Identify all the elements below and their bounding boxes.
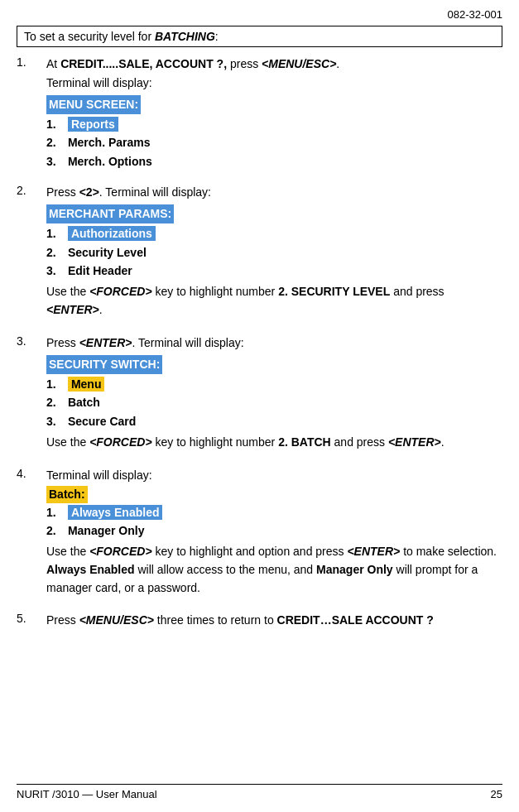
step-4-sub-list: 1. Always Enabled 2. Manager Only — [46, 503, 502, 541]
step-2-content: Press <2>. Terminal will display: MERCHA… — [46, 184, 502, 321]
page-container: 082-32-001 To set a security level for B… — [0, 0, 519, 812]
list-item: 2. Security Level — [46, 243, 502, 262]
step-2-para1: Press <2>. Terminal will display: — [46, 184, 502, 201]
doc-number: 082-32-001 — [17, 8, 502, 21]
list-item: 2. Manager Only — [46, 521, 502, 540]
step-4-para1: Terminal will display: — [46, 467, 502, 484]
list-item: 2. Batch — [46, 393, 502, 411]
step-4-content: Terminal will display: Batch: 1. Always … — [46, 467, 502, 599]
step-3-para1: Press <ENTER>. Terminal will display: — [46, 334, 502, 352]
step-2-sub-list: 1. Authorizations 2. Security Level 3. E… — [46, 224, 502, 280]
step-2: 2. Press <2>. Terminal will display: MER… — [17, 184, 502, 321]
intro-bold-italic: BATCHING — [155, 30, 215, 43]
intro-box: To set a security level for BATCHING: — [17, 26, 502, 47]
step-1: 1. At CREDIT.....SALE, ACCOUNT ?, press … — [17, 55, 502, 171]
reports-highlight: Reports — [68, 117, 118, 132]
step-2-note: Use the <FORCED> key to highlight number… — [46, 283, 502, 319]
list-item: 1. Reports — [46, 115, 502, 133]
list-item: 2. Merch. Params — [46, 133, 502, 151]
list-item: 1. Menu — [46, 375, 502, 393]
step-5-number: 5. — [17, 612, 46, 625]
step-1-number: 1. — [17, 55, 46, 69]
list-item: 1. Always Enabled — [46, 503, 502, 521]
footer-left: NURIT /3010 — User Manual — [17, 788, 157, 800]
footer: NURIT /3010 — User Manual 25 — [17, 784, 502, 800]
always-enabled-highlight: Always Enabled — [68, 505, 163, 520]
step-1-sub-list: 1. Reports 2. Merch. Params 3. Merch. Op… — [46, 115, 502, 171]
step-4-screen-label: Batch: — [46, 486, 88, 503]
steps-list: 1. At CREDIT.....SALE, ACCOUNT ?, press … — [17, 55, 502, 631]
menu-highlight: Menu — [68, 377, 105, 392]
step-4-note: Use the <FORCED> key to highlight and op… — [46, 543, 502, 597]
intro-text: To set a security level for — [24, 30, 155, 43]
step-1-para2: Terminal will display: — [46, 74, 502, 92]
step-1-screen-label: MENU SCREEN: — [46, 95, 141, 114]
step-3-screen-label: SECURITY SWITCH: — [46, 355, 162, 374]
step-5-content: Press <MENU/ESC> three times to return t… — [46, 612, 502, 631]
step-3-number: 3. — [17, 334, 46, 348]
footer-right: 25 — [491, 788, 502, 800]
step-3-note: Use the <FORCED> key to highlight number… — [46, 434, 502, 452]
step-3: 3. Press <ENTER>. Terminal will display:… — [17, 334, 502, 454]
step-2-screen-label: MERCHANT PARAMS: — [46, 204, 174, 223]
doc-number-text: 082-32-001 — [448, 8, 503, 21]
list-item: 3. Merch. Options — [46, 152, 502, 171]
step-1-para1: At CREDIT.....SALE, ACCOUNT ?, press <ME… — [46, 55, 502, 73]
list-item: 1. Authorizations — [46, 224, 502, 243]
step-4-number: 4. — [17, 467, 46, 480]
step-3-content: Press <ENTER>. Terminal will display: SE… — [46, 334, 502, 454]
step-3-sub-list: 1. Menu 2. Batch 3. Secure Card — [46, 375, 502, 430]
step-5: 5. Press <MENU/ESC> three times to retur… — [17, 612, 502, 631]
authorizations-highlight: Authorizations — [68, 226, 156, 241]
step-4: 4. Terminal will display: Batch: 1. Alwa… — [17, 467, 502, 599]
step-1-content: At CREDIT.....SALE, ACCOUNT ?, press <ME… — [46, 55, 502, 171]
step-2-number: 2. — [17, 184, 46, 197]
step-5-para1: Press <MENU/ESC> three times to return t… — [46, 612, 502, 629]
intro-end: : — [215, 30, 219, 43]
list-item: 3. Edit Header — [46, 262, 502, 280]
list-item: 3. Secure Card — [46, 412, 502, 430]
